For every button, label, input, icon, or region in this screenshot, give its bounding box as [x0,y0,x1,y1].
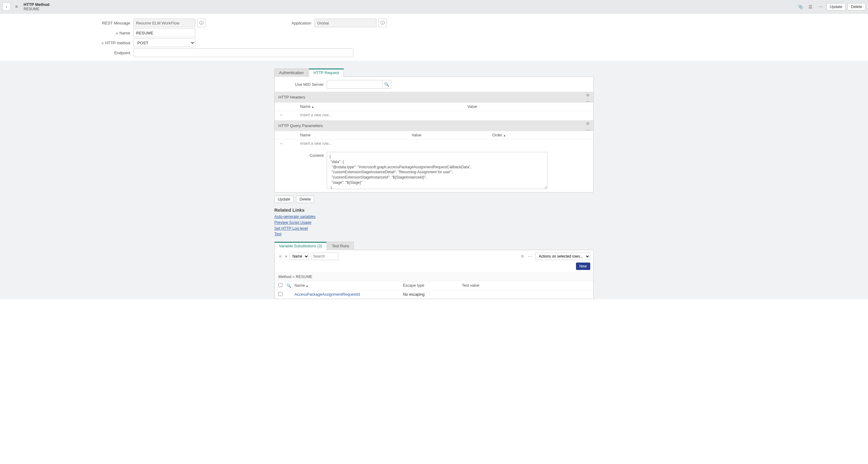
form-region: REST Message ⓘ Application ⓘ Name HTTP m… [0,13,868,61]
related-links-section: Related Links Auto-generate variables Pr… [274,207,594,237]
sort-asc-icon: ▲ [503,134,506,137]
hamburger-icon: ≡ [15,4,18,9]
info-icon: ⓘ [199,20,204,26]
collapse-icon[interactable]: — [586,128,590,132]
paperclip-icon: 📎 [798,4,803,9]
actions-on-rows-select[interactable]: Actions on selected rows... [535,253,590,260]
more-actions-button[interactable]: ⋯ [816,3,825,11]
http-query-title: HTTP Query Parameters [278,123,323,128]
link-set-http-log-level[interactable]: Set HTTP Log level [274,226,594,231]
related-list-tabstrip: Variable Substitutions (3) Test Runs [274,242,594,250]
use-mid-server-lookup-button[interactable]: 🔍 [382,80,391,89]
http-headers-title: HTTP Headers [278,95,305,99]
search-icon[interactable]: 🔍 [286,284,291,288]
link-test[interactable]: Test [274,231,594,237]
variable-row: AccessPackageAssignmentRequestId No esca… [275,290,593,299]
col-escape-type[interactable]: Escape type [403,283,462,288]
select-all-checkbox[interactable] [278,283,282,287]
insert-row-label: Insert a new row... [300,113,331,117]
http-query-insert-row[interactable]: ＋ Insert a new row... [275,140,593,149]
use-mid-label: Use MID Server [277,82,327,87]
header-delete-button[interactable]: Delete [847,3,866,10]
list-menu-button[interactable]: ≡ [278,254,283,259]
query-col-name[interactable]: Name [300,133,412,137]
content-textarea[interactable]: { "data": { "@odata.type": "#microsoft.g… [327,152,548,189]
gear-icon[interactable]: ⚙ [521,254,524,258]
tab-authentication[interactable]: Authentication [274,68,308,77]
sort-asc-icon: ▲ [306,284,308,287]
endpoint-field[interactable] [133,48,353,57]
name-label: Name [0,31,133,35]
tab-variable-substitutions[interactable]: Variable Substitutions (3) [274,242,327,250]
record-type-label: HTTP Method [24,2,50,7]
endpoint-label: Endpoint [0,51,133,55]
attachment-button[interactable]: 📎 [797,3,805,11]
http-headers-section-header: HTTP Headers ⚙ — [275,92,593,102]
title-block: HTTP Method RESUME [24,2,50,11]
variable-list-header: 🔍 Name▲ Escape type Test value [275,281,593,290]
application-field [314,19,376,27]
filter-button[interactable]: ▾ [285,254,288,258]
ellipsis-icon: ⋯ [818,4,823,9]
query-col-value[interactable]: Value [412,133,492,137]
add-header-button[interactable]: ＋ [278,112,284,118]
plus-icon: ＋ [279,113,283,117]
col-test-value[interactable]: Test value [462,283,590,288]
tab-http-request[interactable]: HTTP Request [309,68,343,77]
collapse-icon[interactable]: — [586,99,590,103]
form-update-button[interactable]: Update [274,195,293,203]
headers-col-value[interactable]: Value [467,104,590,109]
list-icon: ☰ [808,4,812,9]
new-variable-button[interactable]: New [576,262,590,270]
link-preview-script-usage[interactable]: Preview Script Usage [274,220,594,226]
related-links-title: Related Links [274,207,594,213]
request-tabstrip: Authentication HTTP Request [274,68,594,76]
list-breadcrumb[interactable]: Method = RESUME [275,273,593,281]
http-query-section-header: HTTP Query Parameters ⚙ — [275,120,593,131]
use-mid-server-field[interactable] [327,80,382,89]
http-method-select[interactable]: POST [133,38,195,47]
insert-row-label: Insert a new row... [300,141,331,146]
application-label: Application [286,21,314,25]
activity-stream-button[interactable]: ☰ [807,3,815,11]
tab-test-runs[interactable]: Test Runs [328,242,354,250]
variable-escape-value: No escaping [403,292,462,297]
gear-icon[interactable]: ⚙ [586,122,590,126]
link-auto-generate-variables[interactable]: Auto-generate variables [274,214,594,220]
header-update-button[interactable]: Update [827,3,846,10]
back-button[interactable]: ‹ [2,2,10,10]
rest-message-info-button[interactable]: ⓘ [197,19,206,27]
form-delete-button[interactable]: Delete [296,195,314,203]
record-name-label: RESUME [24,7,50,11]
http-query-table-head: Name Value Order▲ [275,131,593,140]
add-query-button[interactable]: ＋ [278,141,284,146]
lower-region: Authentication HTTP Request Use MID Serv… [0,61,868,299]
plus-icon: ＋ [279,141,283,146]
http-request-panel: Use MID Server 🔍 HTTP Headers ⚙ — Nam [274,76,594,192]
search-field-select[interactable]: Name [289,253,309,260]
menu-toggle-button[interactable]: ≡ [12,2,21,10]
collapse-icon[interactable]: — [528,254,532,258]
rest-message-label: REST Message [0,21,133,25]
name-field[interactable] [133,29,195,37]
variable-substitutions-panel: ≡ ▾ Name ⚙ — Actions on selected rows...… [274,250,594,299]
http-method-label: HTTP method [0,40,133,45]
gear-icon[interactable]: ⚙ [586,93,590,97]
col-name[interactable]: Name [294,283,305,288]
http-headers-insert-row[interactable]: ＋ Insert a new row... [275,111,593,120]
list-search-input[interactable] [311,253,339,260]
rest-message-field [133,19,195,27]
query-col-order[interactable]: Order [492,133,502,137]
search-icon: 🔍 [384,82,390,87]
application-info-button[interactable]: ⓘ [378,19,387,27]
page-header: ‹ ≡ HTTP Method RESUME 📎 ☰ ⋯ Update Dele… [0,0,868,13]
headers-col-name[interactable]: Name [300,104,310,109]
row-checkbox[interactable] [278,292,282,296]
chevron-left-icon: ‹ [6,4,7,9]
info-icon: ⓘ [380,20,385,26]
sort-asc-icon: ▲ [311,105,314,109]
http-headers-table-head: Name▲ Value [275,102,593,111]
variable-name-link[interactable]: AccessPackageAssignmentRequestId [294,292,360,297]
content-label: Content [275,152,327,158]
